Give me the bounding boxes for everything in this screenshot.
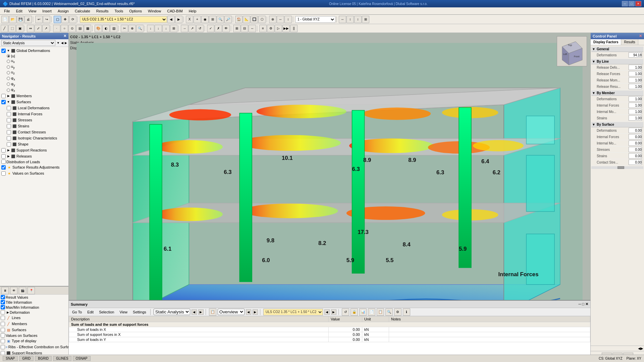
nav-check-members-bottom[interactable] (1, 322, 5, 326)
summary-pdf-icon[interactable]: 📄 (368, 308, 375, 316)
summary-filter-icon[interactable]: 🔍 (385, 308, 393, 316)
summary-search-icon[interactable]: ⚙ (394, 308, 401, 316)
tb-transform3[interactable]: ↔ (249, 25, 256, 32)
nav-check-members[interactable] (1, 94, 6, 98)
cp-scrollbar-thumb[interactable] (618, 166, 624, 169)
nav-item-members-bottom[interactable]: ╱ Members (0, 321, 68, 327)
tb-view3[interactable]: ◉ (201, 16, 209, 23)
nav-item-ux[interactable]: ux (6, 58, 68, 64)
nav-check-support-react[interactable] (1, 148, 6, 153)
nav-check-shape[interactable] (7, 142, 11, 146)
nav-item-ribs[interactable]: ≡ Ribs - Effective Contribution on Surfa… (0, 344, 68, 350)
tb-y-icon[interactable]: ↕ (346, 16, 354, 23)
nav-check-dist-loads[interactable] (1, 160, 6, 164)
nav-item-phiy[interactable]: φy (6, 81, 68, 87)
nav-check-maxmin-info[interactable] (1, 305, 5, 309)
tb-undo[interactable]: ↩ (35, 16, 43, 23)
tb-render4[interactable]: ⬡ (258, 16, 266, 23)
nav-check-deformation[interactable] (1, 310, 5, 314)
tb-x-icon[interactable]: ↔ (339, 16, 346, 23)
tb-extra5[interactable]: || (290, 25, 298, 32)
nav-item-values-surf[interactable]: ★ Values on Surfaces (1, 170, 68, 176)
nav-item-values-surfaces-bottom[interactable]: Values on Surfaces (0, 333, 68, 338)
tb-zoom-in[interactable]: 🔍 (217, 16, 224, 23)
cp-input-deformations-member[interactable] (629, 96, 642, 102)
cp-scrollbar[interactable] (591, 166, 643, 169)
tb-surface2[interactable]: ▦ (84, 25, 91, 32)
menu-file[interactable]: File (1, 8, 13, 14)
nav-radio-uz[interactable] (7, 71, 10, 74)
nav-item-result-values[interactable]: Result Values (0, 295, 68, 300)
nav-item-phiz[interactable]: φz (6, 87, 68, 93)
tb-extra3[interactable]: ▷ (275, 25, 282, 32)
selection-menu[interactable]: Selection (97, 309, 116, 315)
menu-assign[interactable]: Assign (55, 8, 71, 14)
summary-info-icon[interactable]: ℹ (403, 308, 410, 316)
nav-check-values-surf[interactable] (1, 171, 6, 176)
tb-view1[interactable]: X (186, 16, 193, 23)
nav-item-strains[interactable]: ⬛ Strains (6, 123, 68, 129)
nav-item-support-react[interactable]: ▶ ⬛ Support Reactions (1, 147, 68, 153)
nav-expand-members[interactable]: ▶ (6, 94, 10, 98)
tb-print[interactable]: 🖨 (24, 16, 32, 23)
cp-input-int-forces-member[interactable] (629, 103, 642, 108)
minimize-summary-icon[interactable]: ─ (579, 302, 581, 306)
nav-item-maxmin-info[interactable]: Max/Min Information (0, 305, 68, 310)
glines-btn[interactable]: GLINES (53, 356, 71, 361)
nav-check-local-def[interactable] (7, 106, 11, 110)
nav-expand-releases[interactable]: ▶ (6, 155, 10, 158)
overview-prev-arrow[interactable]: ◀ (246, 309, 251, 315)
tb-load4[interactable]: ⊞ (170, 25, 177, 32)
cp-input-int-mo-member[interactable] (629, 109, 642, 114)
nav-radio-phiy[interactable] (7, 82, 10, 86)
cp-scroll-right-icon[interactable]: ▶ (641, 347, 643, 350)
cp-section-byline[interactable]: ▼ By Line (591, 59, 643, 64)
nav-item-global-def[interactable]: ▼ ⬛ Global Deformations (1, 48, 68, 54)
cp-input-int-mo-surface[interactable] (629, 140, 642, 146)
cp-input-contact-surface[interactable] (629, 160, 642, 165)
menu-help[interactable]: Help (186, 8, 199, 14)
menu-tools[interactable]: Tools (112, 8, 126, 14)
cp-section-general[interactable]: ▼ General (591, 47, 643, 52)
tb-line3[interactable]: ▣ (16, 25, 23, 32)
tb-rotate[interactable]: ⟳ (69, 16, 76, 23)
nav-item-uy[interactable]: uy (6, 64, 68, 70)
summary-lock-icon[interactable]: 🔒 (351, 308, 358, 316)
nav-item-uz[interactable]: uz (6, 70, 68, 75)
menu-view[interactable]: View (26, 8, 39, 14)
tb-dim2[interactable]: ⤢ (35, 25, 42, 32)
nav-item-int-forces[interactable]: ⬛ Internal Forces (6, 111, 68, 117)
tb-load1[interactable]: ↓ (147, 25, 154, 32)
cp-input-strains-member[interactable] (629, 115, 642, 121)
nav-expand-global-def[interactable]: ▼ (6, 49, 10, 52)
menu-options[interactable]: Options (126, 8, 145, 14)
nav-item-deformation[interactable]: ▶ Deformation (0, 310, 68, 315)
nav-item-surfaces-bottom[interactable]: ▤ Surfaces (0, 327, 68, 333)
nav-check-global-def[interactable] (1, 49, 6, 53)
nav-item-u-abs[interactable]: |u| (6, 54, 68, 58)
nav-bottom-icon-4[interactable]: 📍 (28, 287, 35, 294)
tb-check1[interactable]: ✓ (207, 25, 214, 32)
tb-check2[interactable]: ✗ (215, 25, 222, 32)
nav-expand-support-react[interactable]: ▶ (6, 148, 10, 152)
cp-tab-results[interactable]: Results (621, 39, 638, 45)
nav-item-type-display[interactable]: ▣ Type of display (0, 338, 68, 344)
nav-bottom-icon-3[interactable]: 🎬 (19, 287, 26, 294)
cp-input-release-mom[interactable] (629, 77, 642, 83)
menu-results[interactable]: Results (94, 8, 111, 14)
tb-surface1[interactable]: ▤ (76, 25, 84, 32)
tb-eye1[interactable]: 👁 (222, 25, 230, 32)
menu-window[interactable]: Window (145, 8, 164, 14)
cp-input-deformations-general[interactable] (629, 52, 642, 58)
nav-radio-phix[interactable] (7, 77, 10, 80)
nav-cube[interactable]: Top Left Front (557, 36, 587, 66)
nav-item-title-info[interactable]: Title Information (0, 300, 68, 305)
overview-combo[interactable]: Overview (218, 309, 245, 315)
tb-arrow1[interactable]: → (181, 25, 188, 32)
tb-arrow2[interactable]: ↗ (189, 25, 196, 32)
coord-combo[interactable]: 1 - Global XYZ (295, 16, 335, 23)
tb-extra4[interactable]: ▶▶ (282, 25, 290, 32)
tb-save[interactable]: 💾 (17, 16, 24, 23)
summary-excel-icon[interactable]: 📊 (359, 308, 367, 316)
summary-copy-icon[interactable]: 📋 (377, 308, 384, 316)
